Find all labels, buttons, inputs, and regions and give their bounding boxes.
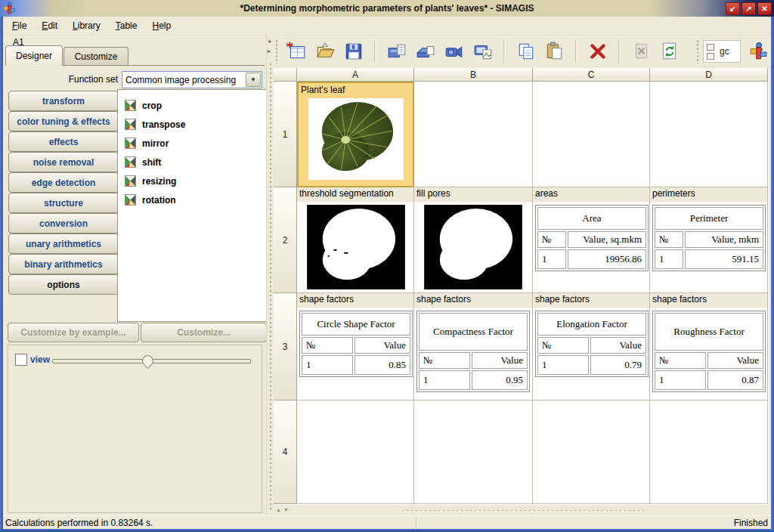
leaf-image [308, 98, 413, 182]
copy-icon[interactable] [515, 40, 537, 63]
main-toolbar: gc [274, 35, 771, 68]
acquire-scanner-icon[interactable] [414, 40, 437, 63]
cell-B3[interactable]: shape factors Compactness Factor № Value… [414, 293, 533, 401]
category-transform[interactable]: transform [8, 91, 119, 111]
function-transpose[interactable]: transpose [118, 115, 266, 134]
tab-customize[interactable]: Customize [63, 47, 128, 65]
circle-shape-factor-table: Circle Shape Factor № Value 1 0.85 [299, 311, 413, 377]
window-border [771, 17, 774, 532]
splitter-grip[interactable] [269, 62, 272, 509]
screen-capture-icon[interactable] [472, 40, 494, 63]
cell-C4[interactable] [533, 401, 650, 504]
function-shift[interactable]: shift [118, 153, 266, 172]
cell-B1[interactable] [414, 82, 533, 187]
grid-config-panel[interactable]: gc [703, 40, 741, 63]
cell-C2[interactable]: areas Area № Value, sq.mkm 1 19956.86 [533, 187, 650, 293]
category-effects[interactable]: effects [8, 131, 119, 152]
menu-help[interactable]: Help [146, 18, 177, 33]
category-conversion[interactable]: conversion [8, 213, 119, 234]
category-structure[interactable]: structure [8, 193, 119, 213]
customize-by-example-button[interactable]: Customize by example... [8, 323, 139, 342]
cell-D4[interactable] [650, 401, 768, 504]
cell-D3[interactable]: shape factors Roughness Factor № Value 1… [650, 293, 768, 401]
refresh-page-icon[interactable] [658, 40, 681, 63]
row-header-4[interactable]: 4 [274, 401, 297, 504]
row-header-3[interactable]: 3 [274, 293, 297, 401]
table-header: Value [472, 352, 528, 369]
category-noise-removal[interactable]: noise removal [8, 152, 119, 172]
menu-file[interactable]: File [6, 18, 33, 33]
table-cell: 1 [655, 370, 706, 390]
maximize-button[interactable]: ↗ [741, 2, 756, 15]
cell-A2[interactable]: threshold segmentation [297, 187, 414, 293]
cell-C3[interactable]: shape factors Elongation Factor № Value … [533, 293, 650, 401]
category-unary-arithmetics[interactable]: unary arithmetics [8, 234, 119, 254]
elongation-factor-table: Elongation Factor № Value 1 0.79 [535, 311, 649, 377]
category-options[interactable]: options [8, 274, 119, 295]
category-color-tuning[interactable]: color tuning & effects [8, 111, 119, 131]
table-cell: 591.15 [685, 249, 763, 269]
table-cell: 0.87 [707, 370, 763, 390]
menu-edit[interactable]: Edit [36, 18, 63, 33]
paste-icon[interactable] [543, 40, 566, 63]
cell-B2[interactable]: fill pores [414, 187, 533, 293]
row-scroll-arrows[interactable]: ▲▼ [276, 507, 291, 512]
view-group: view [8, 345, 262, 513]
import-device-icon[interactable] [385, 40, 408, 63]
simagis-logo-icon [747, 40, 769, 63]
cell-A3[interactable]: shape factors Circle Shape Factor № Valu… [297, 293, 414, 401]
table-title: Circle Shape Factor [302, 313, 410, 336]
view-slider-thumb[interactable] [140, 353, 156, 369]
cell-A1[interactable]: Plant's leaf [297, 82, 414, 187]
close-button[interactable]: ✕ [757, 2, 772, 15]
column-header-c[interactable]: C [533, 68, 650, 82]
title-bar: *Determining morphometric parameters of … [0, 0, 774, 17]
view-checkbox[interactable] [15, 354, 27, 366]
toolbar-grip[interactable] [696, 39, 700, 63]
splitter-expand-right-icon[interactable]: ▸ [268, 48, 271, 54]
cell-A4[interactable] [297, 401, 414, 504]
column-header-a[interactable]: A [297, 68, 414, 82]
function-set-dropdown[interactable]: Common image processing ▼ [122, 71, 262, 88]
table-header: Value [707, 352, 763, 369]
open-folder-icon[interactable] [314, 40, 336, 63]
view-slider[interactable] [52, 359, 251, 363]
tab-designer[interactable]: Designer [5, 45, 63, 66]
function-rotation[interactable]: rotation [118, 190, 266, 209]
chevron-down-icon[interactable]: ▼ [246, 73, 261, 87]
toolbar-grip[interactable] [275, 39, 279, 63]
table-title: Compactness Factor [419, 313, 528, 351]
cell-B3-label: shape factors [414, 293, 532, 308]
save-icon[interactable] [342, 40, 365, 63]
table-cell: 1 [537, 249, 566, 269]
category-binary-arithmetics[interactable]: binary arithmetics [8, 254, 119, 274]
splitter-collapse-left-icon[interactable]: ◂ [268, 39, 271, 45]
table-title: Area [537, 207, 646, 230]
customize-button[interactable]: Customize... [141, 323, 267, 342]
row-header-2[interactable]: 2 [274, 187, 297, 293]
function-crop[interactable]: crop [118, 96, 266, 115]
row-header-1[interactable]: 1 [274, 82, 297, 187]
status-state: Finished [734, 518, 768, 528]
menu-table[interactable]: Table [110, 18, 144, 33]
new-table-icon[interactable] [285, 40, 308, 63]
cell-A1-label: Plant's leaf [299, 83, 413, 97]
cell-D2[interactable]: perimeters Perimeter № Value, mkm 1 591.… [650, 187, 768, 293]
minimize-button[interactable]: ↙ [726, 2, 740, 15]
cell-A3-label: shape factors [297, 293, 413, 308]
function-icon [125, 194, 136, 206]
function-mirror[interactable]: mirror [118, 134, 266, 153]
menu-library[interactable]: Library [67, 18, 107, 33]
acquire-camera-icon[interactable] [443, 40, 466, 63]
cell-D1[interactable] [650, 82, 768, 187]
delete-icon[interactable] [587, 40, 609, 63]
column-header-b[interactable]: B [414, 68, 533, 82]
function-resizing[interactable]: resizing [118, 172, 266, 190]
column-header-d[interactable]: D [650, 68, 768, 82]
cell-C1[interactable] [533, 82, 650, 187]
grid-corner[interactable] [274, 68, 297, 82]
export-disabled-icon [630, 40, 652, 63]
horizontal-scroll-grip[interactable] [401, 509, 647, 512]
category-edge-detection[interactable]: edge detection [8, 172, 119, 193]
cell-B4[interactable] [414, 401, 533, 504]
